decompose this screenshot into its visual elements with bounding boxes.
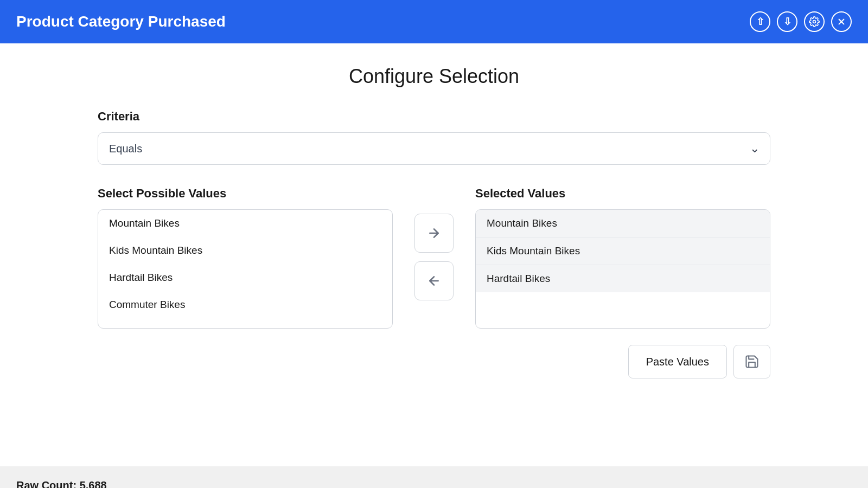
header-icon-group: ⇧ ⇩ — [750, 11, 852, 32]
selected-list-item[interactable]: Mountain Bikes — [476, 210, 770, 237]
chevron-down-button[interactable]: ⇩ — [777, 11, 797, 32]
possible-values-section: Select Possible Values Mountain Bikes Ki… — [98, 187, 393, 329]
criteria-select[interactable]: Equals Not Equals Contains Does Not Cont… — [98, 132, 770, 165]
criteria-label: Criteria — [98, 110, 770, 124]
list-item[interactable]: Commuter Bikes — [98, 291, 392, 318]
list-item[interactable]: Mountain Bikes — [98, 210, 392, 237]
page-title: Product Category Purchased — [16, 13, 226, 30]
header: Product Category Purchased ⇧ ⇩ — [0, 0, 868, 43]
main-content: Configure Selection Criteria Equals Not … — [0, 43, 868, 466]
list-item[interactable]: Hardtail Bikes — [98, 264, 392, 291]
configure-selection-title: Configure Selection — [98, 65, 770, 88]
selected-list-item[interactable]: Kids Mountain Bikes — [476, 237, 770, 265]
chevron-up-button[interactable]: ⇧ — [750, 11, 770, 32]
selected-values-label: Selected Values — [475, 187, 770, 201]
selected-list-item[interactable]: Hardtail Bikes — [476, 265, 770, 292]
footer: Raw Count: 5,688 — [0, 466, 868, 488]
close-button[interactable] — [831, 11, 852, 32]
possible-values-list[interactable]: Mountain Bikes Kids Mountain Bikes Hardt… — [98, 209, 393, 329]
list-item[interactable]: Road Bikes — [98, 318, 392, 329]
criteria-dropdown-wrapper: Equals Not Equals Contains Does Not Cont… — [98, 132, 770, 165]
criteria-section: Criteria Equals Not Equals Contains Does… — [98, 110, 770, 165]
svg-point-0 — [813, 21, 816, 23]
settings-button[interactable] — [804, 11, 825, 32]
action-buttons: Paste Values — [98, 345, 770, 378]
paste-values-button[interactable]: Paste Values — [628, 345, 727, 378]
raw-count-label: Raw Count: 5,688 — [16, 479, 107, 488]
transfer-right-button[interactable] — [414, 214, 454, 253]
selected-values-section: Selected Values Mountain Bikes Kids Moun… — [475, 187, 770, 329]
values-layout: Select Possible Values Mountain Bikes Ki… — [98, 187, 770, 329]
selected-values-list[interactable]: Mountain Bikes Kids Mountain Bikes Hardt… — [475, 209, 770, 329]
save-button[interactable] — [733, 345, 770, 378]
possible-values-label: Select Possible Values — [98, 187, 393, 201]
transfer-left-button[interactable] — [414, 261, 454, 300]
list-item[interactable]: Kids Mountain Bikes — [98, 237, 392, 264]
transfer-buttons-group — [393, 187, 475, 300]
